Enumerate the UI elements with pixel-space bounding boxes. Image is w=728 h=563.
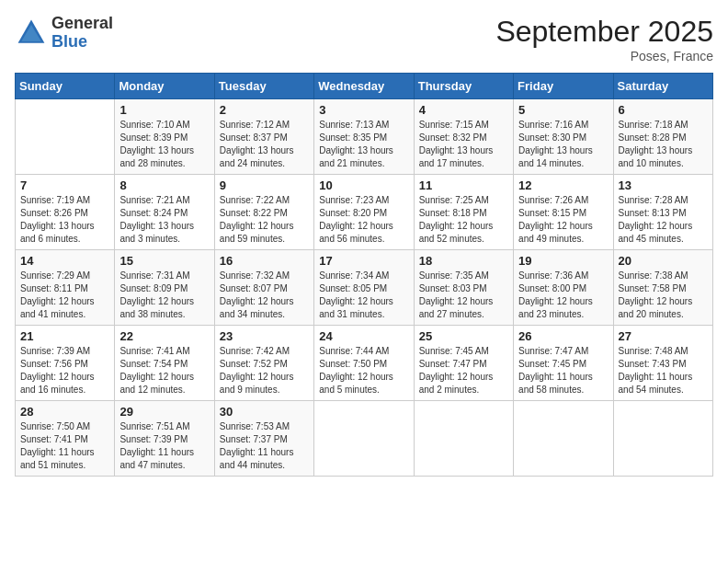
day-number: 30 [220, 405, 309, 419]
day-cell: 27Sunrise: 7:48 AMSunset: 7:43 PMDayligh… [613, 326, 712, 401]
day-number: 11 [419, 178, 508, 192]
day-info: Sunrise: 7:34 AMSunset: 8:05 PMDaylight:… [319, 270, 408, 321]
day-cell: 19Sunrise: 7:36 AMSunset: 8:00 PMDayligh… [514, 250, 613, 326]
day-header-monday: Monday [115, 74, 214, 99]
day-info: Sunrise: 7:25 AMSunset: 8:18 PMDaylight:… [419, 194, 508, 246]
week-row-4: 21Sunrise: 7:39 AMSunset: 7:56 PMDayligh… [16, 326, 713, 401]
day-number: 29 [119, 405, 209, 419]
day-number: 8 [119, 178, 209, 192]
day-info: Sunrise: 7:18 AMSunset: 8:28 PMDaylight:… [619, 119, 708, 170]
day-info: Sunrise: 7:51 AMSunset: 7:39 PMDaylight:… [119, 420, 209, 472]
day-info: Sunrise: 7:23 AMSunset: 8:20 PMDaylight:… [319, 194, 408, 246]
day-info: Sunrise: 7:48 AMSunset: 7:43 PMDaylight:… [619, 345, 708, 396]
day-info: Sunrise: 7:31 AMSunset: 8:09 PMDaylight:… [119, 270, 209, 321]
day-info: Sunrise: 7:44 AMSunset: 7:50 PMDaylight:… [319, 345, 408, 396]
day-cell: 28Sunrise: 7:50 AMSunset: 7:41 PMDayligh… [16, 401, 115, 477]
day-info: Sunrise: 7:53 AMSunset: 7:37 PMDaylight:… [220, 420, 309, 472]
day-number: 15 [119, 254, 209, 268]
day-number: 25 [419, 329, 508, 343]
day-number: 20 [619, 254, 708, 268]
day-number: 1 [119, 103, 209, 117]
day-number: 24 [319, 329, 408, 343]
day-header-tuesday: Tuesday [214, 74, 313, 99]
day-info: Sunrise: 7:16 AMSunset: 8:30 PMDaylight:… [518, 119, 608, 170]
day-number: 26 [518, 329, 608, 343]
day-info: Sunrise: 7:38 AMSunset: 7:58 PMDaylight:… [619, 270, 708, 321]
day-number: 13 [619, 178, 708, 192]
page-container: General Blue September 2025 Poses, Franc… [0, 0, 728, 491]
day-info: Sunrise: 7:12 AMSunset: 8:37 PMDaylight:… [220, 119, 309, 170]
day-cell [514, 401, 613, 477]
day-number: 14 [20, 254, 109, 268]
header-row: SundayMondayTuesdayWednesdayThursdayFrid… [16, 74, 713, 99]
day-cell: 1Sunrise: 7:10 AMSunset: 8:39 PMDaylight… [115, 99, 214, 175]
day-cell: 25Sunrise: 7:45 AMSunset: 7:47 PMDayligh… [414, 326, 513, 401]
day-cell: 14Sunrise: 7:29 AMSunset: 8:11 PMDayligh… [16, 250, 115, 326]
day-cell [414, 401, 513, 477]
day-number: 28 [20, 405, 109, 419]
day-cell: 12Sunrise: 7:26 AMSunset: 8:15 PMDayligh… [514, 175, 613, 250]
page-header: General Blue September 2025 Poses, Franc… [15, 15, 713, 63]
day-header-thursday: Thursday [414, 74, 513, 99]
day-info: Sunrise: 7:42 AMSunset: 7:52 PMDaylight:… [220, 345, 309, 396]
day-cell: 26Sunrise: 7:47 AMSunset: 7:45 PMDayligh… [514, 326, 613, 401]
day-number: 16 [220, 254, 309, 268]
day-cell: 9Sunrise: 7:22 AMSunset: 8:22 PMDaylight… [214, 175, 313, 250]
week-row-5: 28Sunrise: 7:50 AMSunset: 7:41 PMDayligh… [16, 401, 713, 477]
day-number: 6 [619, 103, 708, 117]
day-number: 23 [220, 329, 309, 343]
logo: General Blue [15, 15, 113, 52]
week-row-3: 14Sunrise: 7:29 AMSunset: 8:11 PMDayligh… [16, 250, 713, 326]
day-cell [314, 401, 414, 477]
day-number: 18 [419, 254, 508, 268]
day-cell: 13Sunrise: 7:28 AMSunset: 8:13 PMDayligh… [613, 175, 712, 250]
day-number: 7 [20, 178, 109, 192]
day-info: Sunrise: 7:28 AMSunset: 8:13 PMDaylight:… [619, 194, 708, 246]
day-number: 9 [220, 178, 309, 192]
day-number: 5 [518, 103, 608, 117]
day-cell: 22Sunrise: 7:41 AMSunset: 7:54 PMDayligh… [115, 326, 214, 401]
title-block: September 2025 Poses, France [495, 15, 713, 63]
day-info: Sunrise: 7:26 AMSunset: 8:15 PMDaylight:… [518, 194, 608, 246]
day-number: 2 [220, 103, 309, 117]
day-cell: 7Sunrise: 7:19 AMSunset: 8:26 PMDaylight… [16, 175, 115, 250]
day-cell: 18Sunrise: 7:35 AMSunset: 8:03 PMDayligh… [414, 250, 513, 326]
day-info: Sunrise: 7:32 AMSunset: 8:07 PMDaylight:… [220, 270, 309, 321]
day-cell: 6Sunrise: 7:18 AMSunset: 8:28 PMDaylight… [613, 99, 712, 175]
day-header-wednesday: Wednesday [314, 74, 414, 99]
logo-blue-text: Blue [51, 33, 113, 52]
day-info: Sunrise: 7:47 AMSunset: 7:45 PMDaylight:… [518, 345, 608, 396]
day-info: Sunrise: 7:36 AMSunset: 8:00 PMDaylight:… [518, 270, 608, 321]
day-info: Sunrise: 7:19 AMSunset: 8:26 PMDaylight:… [20, 194, 109, 246]
day-cell: 3Sunrise: 7:13 AMSunset: 8:35 PMDaylight… [314, 99, 414, 175]
day-cell: 5Sunrise: 7:16 AMSunset: 8:30 PMDaylight… [514, 99, 613, 175]
day-info: Sunrise: 7:22 AMSunset: 8:22 PMDaylight:… [220, 194, 309, 246]
day-info: Sunrise: 7:21 AMSunset: 8:24 PMDaylight:… [119, 194, 209, 246]
day-cell: 17Sunrise: 7:34 AMSunset: 8:05 PMDayligh… [314, 250, 414, 326]
calendar-table: SundayMondayTuesdayWednesdayThursdayFrid… [15, 73, 713, 477]
day-info: Sunrise: 7:35 AMSunset: 8:03 PMDaylight:… [419, 270, 508, 321]
day-cell: 21Sunrise: 7:39 AMSunset: 7:56 PMDayligh… [16, 326, 115, 401]
day-cell: 10Sunrise: 7:23 AMSunset: 8:20 PMDayligh… [314, 175, 414, 250]
logo-general-text: General [51, 15, 113, 33]
day-number: 22 [119, 329, 209, 343]
day-header-friday: Friday [514, 74, 613, 99]
location: Poses, France [495, 49, 713, 63]
day-info: Sunrise: 7:41 AMSunset: 7:54 PMDaylight:… [119, 345, 209, 396]
day-cell: 23Sunrise: 7:42 AMSunset: 7:52 PMDayligh… [214, 326, 313, 401]
day-info: Sunrise: 7:45 AMSunset: 7:47 PMDaylight:… [419, 345, 508, 396]
day-cell [16, 99, 115, 175]
day-number: 19 [518, 254, 608, 268]
day-header-sunday: Sunday [16, 74, 115, 99]
day-header-saturday: Saturday [613, 74, 712, 99]
day-cell: 15Sunrise: 7:31 AMSunset: 8:09 PMDayligh… [115, 250, 214, 326]
day-info: Sunrise: 7:39 AMSunset: 7:56 PMDaylight:… [20, 345, 109, 396]
day-cell: 8Sunrise: 7:21 AMSunset: 8:24 PMDaylight… [115, 175, 214, 250]
week-row-1: 1Sunrise: 7:10 AMSunset: 8:39 PMDaylight… [16, 99, 713, 175]
day-cell: 4Sunrise: 7:15 AMSunset: 8:32 PMDaylight… [414, 99, 513, 175]
day-cell: 2Sunrise: 7:12 AMSunset: 8:37 PMDaylight… [214, 99, 313, 175]
day-number: 4 [419, 103, 508, 117]
day-info: Sunrise: 7:13 AMSunset: 8:35 PMDaylight:… [319, 119, 408, 170]
logo-text: General Blue [51, 15, 113, 52]
day-info: Sunrise: 7:50 AMSunset: 7:41 PMDaylight:… [20, 420, 109, 472]
